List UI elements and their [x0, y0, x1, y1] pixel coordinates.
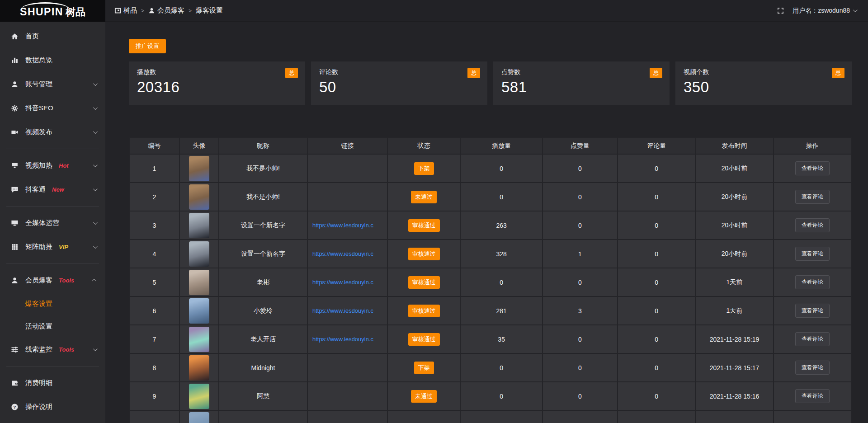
- cell-likes: 3: [543, 297, 617, 324]
- avatar: [189, 327, 209, 352]
- stat-label: 视频个数: [684, 68, 844, 76]
- view-comments-button[interactable]: 查看评论: [795, 361, 830, 375]
- table-header-row: 编号头像昵称链接状态播放量点赞量评论量发布时间操作: [130, 138, 851, 154]
- username-menu[interactable]: 用户名：zswodun88: [793, 7, 856, 15]
- stat-label: 点赞数: [501, 68, 661, 76]
- sidebar-item-消费明细[interactable]: 消费明细: [0, 371, 105, 395]
- table-row: 3设置一个新名字https://www.iesdouyin.c审核通过26300…: [130, 212, 851, 239]
- status-badge: 未通过: [411, 191, 437, 203]
- column-header: 点赞量: [543, 138, 617, 154]
- video-link[interactable]: https://www.iesdouyin.c: [308, 250, 387, 257]
- video-link[interactable]: https://www.iesdouyin.c: [308, 279, 387, 286]
- sidebar-item-视频发布[interactable]: 视频发布: [0, 120, 105, 144]
- sidebar-item-矩阵助推[interactable]: 矩阵助推VIP: [0, 235, 105, 259]
- video-link[interactable]: https://www.iesdouyin.c: [308, 336, 387, 343]
- view-comments-button[interactable]: 查看评论: [795, 304, 830, 318]
- video-icon: [11, 128, 19, 136]
- grid-icon: [11, 243, 19, 251]
- cell-action: 查看评论: [774, 212, 851, 239]
- cell-likes: 0: [543, 183, 617, 211]
- sliders-icon: [11, 346, 19, 353]
- sidebar-item-视频加热[interactable]: 视频加热Hot: [0, 154, 105, 178]
- cell-plays: 35: [461, 325, 542, 353]
- cell-avatar: [180, 325, 218, 353]
- sidebar-item-操作说明[interactable]: ?操作说明: [0, 395, 105, 419]
- svg-text:?: ?: [13, 404, 16, 409]
- sidebar-divider: [6, 263, 99, 264]
- sidebar-badge: New: [52, 186, 64, 193]
- view-comments-button[interactable]: 查看评论: [795, 275, 830, 289]
- monitor-icon: [11, 219, 19, 227]
- cell-publish-time: 2021-11-28 15:19: [696, 325, 773, 353]
- sidebar-item-label: 矩阵助推: [25, 243, 52, 251]
- cell-status: 审核通过: [388, 268, 460, 296]
- cell-status: 审核通过: [388, 325, 460, 353]
- cell-action: 查看评论: [774, 268, 851, 296]
- cell-action: 查看评论: [774, 354, 851, 381]
- table-row: 4设置一个新名字https://www.iesdouyin.c审核通过32810…: [130, 240, 851, 268]
- sidebar-divider: [6, 206, 99, 207]
- breadcrumb-item[interactable]: 会员爆客: [148, 6, 184, 15]
- view-comments-button[interactable]: 查看评论: [795, 247, 830, 261]
- cell-comments: 0: [618, 212, 695, 239]
- stat-value: 50: [319, 79, 479, 96]
- cell-nickname: 设置一个新名字: [219, 212, 307, 239]
- sidebar-item-抖客通[interactable]: 抖客通New: [0, 178, 105, 202]
- view-comments-button[interactable]: 查看评论: [795, 218, 830, 232]
- cell-status: 下架: [388, 354, 460, 381]
- promo-settings-button[interactable]: 推广设置: [129, 39, 166, 53]
- sidebar-subitem-活动设置[interactable]: 活动设置: [0, 315, 105, 338]
- sidebar-divider: [6, 366, 99, 367]
- wallet-icon: [11, 379, 19, 387]
- sidebar-item-抖音SEO[interactable]: 抖音SEO: [0, 96, 105, 120]
- view-comments-button[interactable]: 查看评论: [795, 190, 830, 204]
- stat-card-评论数: 评论数50总: [311, 61, 487, 105]
- cell-likes: [543, 411, 617, 423]
- sidebar-item-全媒体运营[interactable]: 全媒体运营: [0, 211, 105, 235]
- sidebar-item-label: 会员爆客: [25, 276, 52, 285]
- column-header: 头像: [180, 138, 218, 154]
- sidebar-item-线索监控[interactable]: 线索监控Tools: [0, 338, 105, 362]
- cell-comments: [618, 411, 695, 423]
- sidebar-item-账号管理[interactable]: 账号管理: [0, 72, 105, 96]
- view-comments-button[interactable]: 查看评论: [795, 389, 830, 403]
- sidebar-item-首页[interactable]: 首页: [0, 24, 105, 48]
- cell-number: 1: [130, 155, 179, 182]
- breadcrumb-item[interactable]: 爆客设置: [196, 6, 223, 15]
- cell-plays: 0: [461, 382, 542, 410]
- cell-comments: 0: [618, 240, 695, 268]
- cell-link: https://www.iesdouyin.c: [308, 325, 387, 353]
- view-comments-button[interactable]: 查看评论: [795, 332, 830, 346]
- cell-comments: 0: [618, 183, 695, 211]
- cell-likes: 0: [543, 382, 617, 410]
- video-link[interactable]: https://www.iesdouyin.c: [308, 307, 387, 314]
- column-header: 状态: [388, 138, 460, 154]
- stat-label: 评论数: [319, 68, 479, 76]
- cell-plays: 328: [461, 240, 542, 268]
- chevron-down-icon: [93, 81, 98, 86]
- video-link[interactable]: https://www.iesdouyin.c: [308, 222, 387, 229]
- fullscreen-icon[interactable]: [777, 7, 784, 14]
- total-badge: 总: [467, 68, 480, 78]
- view-comments-button[interactable]: 查看评论: [795, 161, 830, 175]
- cell-comments: 0: [618, 382, 695, 410]
- breadcrumb-label: 树品: [123, 6, 137, 15]
- cell-number: 6: [130, 297, 179, 324]
- main-content: 推广设置 播放数20316总评论数50总点赞数581总视频个数350总 编号头像…: [105, 22, 868, 423]
- table-row: 5老彬https://www.iesdouyin.c审核通过0001天前查看评论: [130, 268, 851, 296]
- stat-value: 20316: [137, 79, 297, 96]
- cell-nickname: 老彬: [219, 268, 307, 296]
- cell-plays: 263: [461, 212, 542, 239]
- cell-number: 8: [130, 354, 179, 381]
- cell-nickname: 老人开店: [219, 325, 307, 353]
- cell-nickname: 我不是小帅!: [219, 155, 307, 182]
- breadcrumb-item[interactable]: 树品: [114, 6, 137, 15]
- stat-card-视频个数: 视频个数350总: [675, 61, 852, 105]
- sidebar-item-数据总览[interactable]: 数据总览: [0, 48, 105, 72]
- cell-comments: 0: [618, 325, 695, 353]
- sidebar: 首页数据总览账号管理抖音SEO视频发布视频加热Hot抖客通New全媒体运营矩阵助…: [0, 22, 105, 423]
- sidebar-item-会员爆客[interactable]: 会员爆客Tools: [0, 268, 105, 292]
- avatar: [189, 412, 209, 423]
- cell-avatar: [180, 297, 218, 324]
- sidebar-subitem-爆客设置[interactable]: 爆客设置: [0, 292, 105, 315]
